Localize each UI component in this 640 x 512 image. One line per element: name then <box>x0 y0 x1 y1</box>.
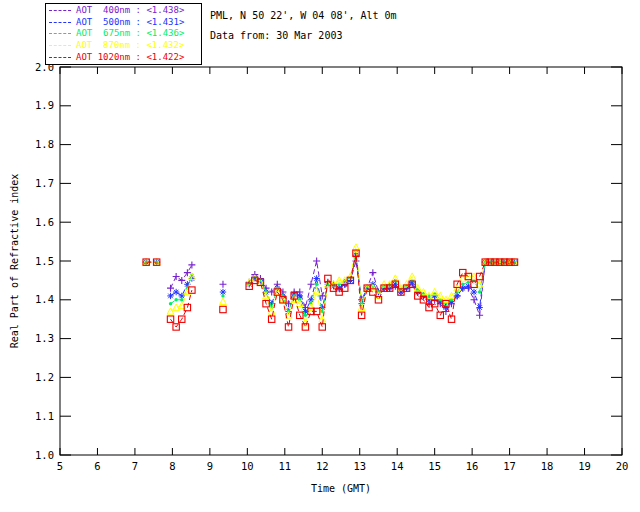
svg-text:5: 5 <box>57 460 63 472</box>
dashed-line-sample-icon <box>49 45 71 46</box>
svg-text:1.9: 1.9 <box>35 99 54 111</box>
dashed-line-sample-icon <box>49 33 71 34</box>
svg-text:1.0: 1.0 <box>35 449 54 461</box>
legend-item-675nm: AOT 675nm : <1.436> <box>49 28 198 39</box>
svg-text:1.6: 1.6 <box>35 216 54 228</box>
svg-text:18: 18 <box>541 460 554 472</box>
svg-text:13: 13 <box>353 460 366 472</box>
svg-text:20: 20 <box>616 460 629 472</box>
svg-text:1.7: 1.7 <box>35 177 54 189</box>
chart-canvas: 5678910111213141516171819201.01.11.21.31… <box>0 0 640 512</box>
svg-text:1.3: 1.3 <box>35 332 54 344</box>
legend-item-870nm: AOT 870nm : <1.432> <box>49 40 198 51</box>
svg-text:17: 17 <box>503 460 516 472</box>
svg-text:14: 14 <box>391 460 404 472</box>
legend-label: AOT 500nm : <1.431> <box>76 17 184 28</box>
legend-item-500nm: AOT 500nm : <1.431> <box>49 17 198 28</box>
data-date-text: Data from: 30 Mar 2003 <box>210 26 397 46</box>
svg-text:1.8: 1.8 <box>35 138 54 150</box>
svg-text:8: 8 <box>169 460 175 472</box>
svg-text:11: 11 <box>278 460 291 472</box>
legend-label: AOT 1020nm : <1.422> <box>76 52 184 63</box>
svg-text:1.1: 1.1 <box>35 410 54 422</box>
svg-text:10: 10 <box>241 460 254 472</box>
station-location-text: PML, N 50 22', W 04 08', Alt 0m <box>210 6 397 26</box>
legend-item-1020nm: AOT 1020nm : <1.422> <box>49 52 198 63</box>
legend-label: AOT 870nm : <1.432> <box>76 40 184 51</box>
legend-label: AOT 400nm : <1.438> <box>76 5 184 16</box>
plot-window: 5678910111213141516171819201.01.11.21.31… <box>0 0 640 512</box>
svg-text:12: 12 <box>316 460 329 472</box>
dashed-line-sample-icon <box>49 57 71 58</box>
y-axis-title: Real Part of Refractive index <box>9 174 20 349</box>
svg-text:1.2: 1.2 <box>35 371 54 383</box>
dashed-line-sample-icon <box>49 22 71 23</box>
svg-text:1.5: 1.5 <box>35 255 54 267</box>
svg-text:16: 16 <box>466 460 479 472</box>
x-axis-title: Time (GMT) <box>261 483 421 494</box>
legend-item-400nm: AOT 400nm : <1.438> <box>49 5 198 16</box>
header-block: PML, N 50 22', W 04 08', Alt 0m Data fro… <box>210 6 397 46</box>
svg-text:19: 19 <box>578 460 591 472</box>
svg-text:7: 7 <box>132 460 138 472</box>
legend-label: AOT 675nm : <1.436> <box>76 28 184 39</box>
dashed-line-sample-icon <box>49 10 71 11</box>
svg-text:9: 9 <box>207 460 213 472</box>
svg-text:1.4: 1.4 <box>35 293 54 305</box>
svg-text:6: 6 <box>94 460 100 472</box>
legend-box: AOT 400nm : <1.438> AOT 500nm : <1.431> … <box>45 3 202 65</box>
svg-text:15: 15 <box>428 460 441 472</box>
